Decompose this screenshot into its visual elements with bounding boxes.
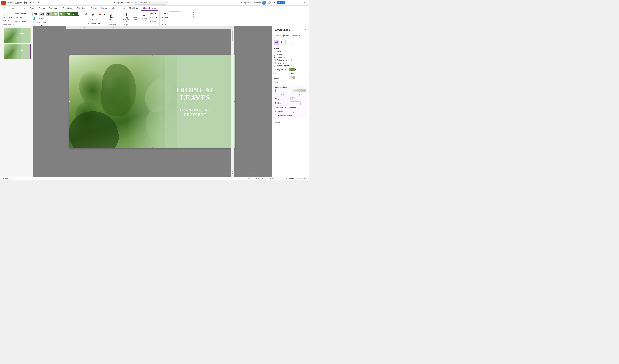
shape-oval[interactable]: ○ bbox=[10, 14, 11, 16]
zoom-slider[interactable] bbox=[289, 178, 303, 179]
format-effects-icon-btn[interactable] bbox=[280, 40, 285, 45]
radio-solid-fill[interactable]: Solid fill bbox=[274, 54, 308, 56]
format-panel-close-button[interactable]: ✕ bbox=[304, 28, 308, 32]
format-tab-text-options[interactable]: Text Options bbox=[291, 33, 305, 38]
tab-animations[interactable]: Animations bbox=[61, 5, 74, 11]
direction-arrow[interactable]: ▾ bbox=[295, 77, 295, 79]
shape-style-4[interactable]: Abc bbox=[59, 12, 65, 16]
angle-value[interactable] bbox=[289, 81, 310, 83]
search-input[interactable] bbox=[138, 2, 167, 4]
shape-star6[interactable]: ✶ bbox=[11, 17, 13, 19]
tab-view[interactable]: View bbox=[110, 5, 118, 11]
width-down-arrow[interactable]: ▼ bbox=[192, 17, 195, 19]
shape-bracket[interactable]: [] bbox=[8, 19, 9, 21]
stop-1[interactable] bbox=[283, 89, 284, 92]
wordart-style-0[interactable]: A bbox=[83, 11, 89, 18]
scroll-down-button[interactable]: ▼ bbox=[231, 170, 234, 172]
shape-style-2[interactable]: Abc bbox=[46, 12, 52, 16]
height-down-arrow[interactable]: ▼ bbox=[192, 13, 195, 15]
stop-reverse-btn[interactable]: ↔ bbox=[302, 93, 306, 96]
shape-star5[interactable]: ★ bbox=[9, 17, 11, 19]
slide-thumb-1[interactable]: 1 TROPICALLEAVES bbox=[1, 28, 32, 43]
wordart-expand[interactable]: ▾ bbox=[104, 15, 105, 17]
text-outline-button[interactable]: A Text Outline ▾ bbox=[87, 22, 100, 25]
accessibility-label[interactable]: Accessibility bbox=[109, 24, 117, 26]
autosave-switch[interactable] bbox=[15, 1, 19, 4]
scroll-thumb[interactable] bbox=[232, 30, 233, 41]
shape-styles-up[interactable]: ▲ bbox=[78, 11, 80, 13]
group-button[interactable]: ⊟ Group ▾ bbox=[149, 16, 158, 19]
fill-section-header[interactable]: ▼ Fill bbox=[274, 47, 308, 50]
align-button[interactable]: ⊞ Align ▾ bbox=[149, 12, 158, 15]
width-input[interactable]: 33,88 cm ▲ ▼ bbox=[169, 15, 180, 19]
type-dropdown[interactable]: Linear ▾ bbox=[289, 72, 308, 75]
normal-view-btn[interactable]: ⊞ bbox=[275, 177, 278, 180]
shape-styles-expand[interactable]: ▾ bbox=[78, 15, 80, 16]
shape-hexagon[interactable]: ⬡ bbox=[6, 17, 8, 19]
shape-circle[interactable]: ● bbox=[6, 19, 8, 21]
handle-mid-right[interactable] bbox=[234, 101, 235, 102]
brightness-thumb[interactable] bbox=[293, 111, 294, 112]
notes-prompt[interactable]: Click to add notes bbox=[2, 178, 16, 180]
radio-picture-fill[interactable]: Picture or texture fill bbox=[274, 59, 308, 61]
shape-triangle[interactable]: △ bbox=[11, 14, 12, 16]
transparency-input[interactable]: ▲ ▼ bbox=[297, 106, 306, 109]
text-box-button[interactable]: A Text Box bbox=[14, 16, 29, 19]
radio-no-fill[interactable]: No fill bbox=[274, 51, 308, 53]
slide-thumb-2[interactable]: 2 TROPICALLEAVES bbox=[1, 44, 32, 59]
stop-mirror-btn[interactable]: ⊞ bbox=[297, 93, 301, 96]
remove-stop-button[interactable]: ✕ bbox=[280, 93, 284, 96]
alt-text-button[interactable]: 🖼 Alt Text bbox=[109, 13, 115, 22]
color-btn[interactable] bbox=[290, 98, 295, 100]
zoom-thumb[interactable] bbox=[294, 178, 296, 180]
size-label[interactable]: Size ⊡ bbox=[161, 24, 166, 26]
transparency-value[interactable] bbox=[297, 107, 310, 109]
save-button[interactable]: 💾 bbox=[24, 1, 27, 4]
restore-button[interactable]: ❐ bbox=[294, 0, 301, 5]
transparency-slider[interactable] bbox=[290, 107, 296, 108]
shape-plus[interactable]: + bbox=[8, 17, 9, 19]
radio-pattern-fill[interactable]: Pattern fill bbox=[274, 62, 308, 64]
wordart-style-2[interactable]: A bbox=[97, 11, 103, 18]
share-label-button[interactable]: Share bbox=[277, 1, 285, 4]
arrange-label[interactable]: Arrange bbox=[123, 24, 128, 26]
undo-button[interactable]: ↩ bbox=[28, 1, 32, 4]
line-section[interactable]: ▶ Line bbox=[272, 120, 310, 124]
format-tab-shape-options[interactable]: Shape Options bbox=[274, 33, 291, 38]
tab-record[interactable]: Record bbox=[89, 5, 99, 11]
shape-styles-down[interactable]: ▼ bbox=[78, 13, 80, 15]
width-up-arrow[interactable]: ▲ bbox=[192, 15, 195, 17]
wordart-up[interactable]: ▲ bbox=[104, 12, 105, 14]
tab-review[interactable]: Review bbox=[99, 5, 110, 11]
shape-style-5[interactable]: Abc bbox=[65, 12, 71, 16]
stop-3[interactable] bbox=[298, 89, 299, 92]
customize-qat-button[interactable]: ▾ bbox=[37, 1, 41, 4]
tab-slidelizard[interactable]: SlideLizard bbox=[127, 5, 141, 11]
tab-design[interactable]: Design bbox=[37, 5, 47, 11]
tab-help[interactable]: Help bbox=[119, 5, 127, 11]
format-layout-icon-btn[interactable] bbox=[285, 40, 291, 45]
preset-gradients-btn[interactable] bbox=[289, 68, 295, 71]
tab-insert[interactable]: Insert bbox=[18, 5, 28, 11]
radio-gradient-fill[interactable]: Gradient fill bbox=[274, 56, 308, 58]
search-box[interactable]: 🔍 bbox=[134, 1, 168, 5]
width-value[interactable]: 33,88 cm bbox=[169, 16, 192, 18]
close-button[interactable]: ✕ bbox=[301, 0, 308, 5]
preset-gradients-arrow[interactable]: ▾ bbox=[295, 69, 296, 70]
wordart-style-1[interactable]: A bbox=[90, 11, 96, 18]
language-indicator[interactable]: German (Germany) bbox=[258, 178, 273, 180]
selection-pane-button[interactable]: ≡ SelectionPane bbox=[140, 13, 148, 22]
tab-draw[interactable]: Draw bbox=[28, 5, 36, 11]
shape-diamond[interactable]: ◇ bbox=[3, 17, 4, 19]
redo-button[interactable]: ↪ bbox=[33, 1, 36, 4]
shape-arrow-line[interactable]: ↗ bbox=[4, 14, 5, 16]
share-button[interactable]: ↗ bbox=[272, 1, 276, 4]
tab-shape-format[interactable]: Shape Format bbox=[141, 5, 158, 11]
height-up-arrow[interactable]: ▲ bbox=[192, 11, 195, 13]
zoom-value[interactable]: 60% bbox=[304, 178, 308, 180]
brightness-value[interactable] bbox=[297, 111, 310, 113]
rotate-with-shape-checkbox[interactable] bbox=[275, 114, 277, 116]
height-input[interactable]: 19,05 cm ▲ ▼ bbox=[169, 11, 180, 15]
color-arrow[interactable]: ▾ bbox=[295, 98, 296, 100]
angle-input[interactable]: ▲ ▼ bbox=[289, 80, 298, 84]
